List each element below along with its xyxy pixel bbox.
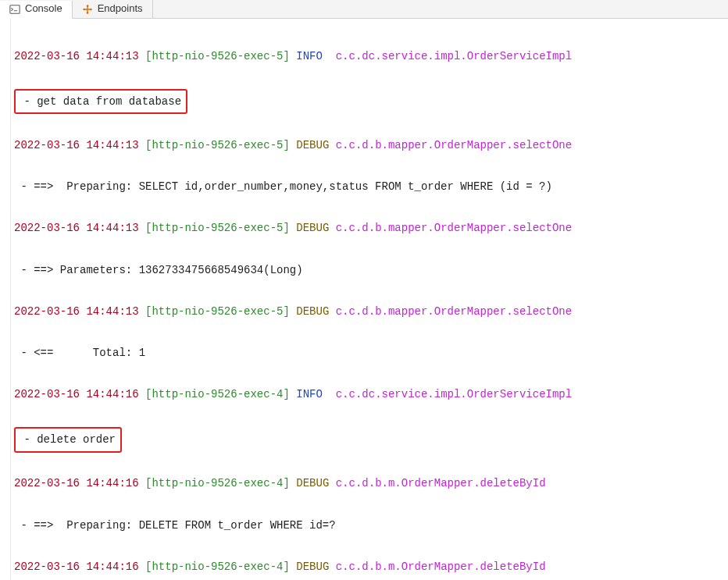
tab-bar: Console Endpoints [0,0,728,19]
svg-point-4 [86,12,88,14]
tab-console-label: Console [25,0,62,19]
log-line: 2022-03-16 14:44:16 [http-nio-9526-exec-… [3,384,728,405]
log-line: - ==> Parameters: 1362733475668549634(Lo… [3,260,728,281]
log-line: - delete order [3,425,728,453]
log-line: - get data from database [3,87,728,115]
console-output[interactable]: 2022-03-16 14:44:13 [http-nio-9526-exec-… [0,19,728,580]
svg-point-1 [83,8,85,10]
highlight-box: - get data from database [14,89,187,115]
gutter [0,19,11,580]
log-line: - ==> Preparing: SELECT id,order_number,… [3,176,728,197]
log-line: 2022-03-16 14:44:13 [http-nio-9526-exec-… [3,301,728,322]
log-line: 2022-03-16 14:44:13 [http-nio-9526-exec-… [3,46,728,67]
endpoints-icon [82,4,93,15]
tab-console[interactable]: Console [0,1,73,19]
svg-rect-0 [10,5,20,13]
log-line: - ==> Preparing: DELETE FROM t_order WHE… [3,515,728,536]
log-line: 2022-03-16 14:44:13 [http-nio-9526-exec-… [3,218,728,239]
highlight-box: - delete order [14,427,122,453]
log-line: 2022-03-16 14:44:13 [http-nio-9526-exec-… [3,135,728,156]
svg-point-2 [90,8,92,10]
console-icon [9,4,20,15]
svg-point-3 [86,5,88,7]
tab-endpoints-label: Endpoints [98,0,143,19]
tab-endpoints[interactable]: Endpoints [73,0,153,18]
log-line: - <== Total: 1 [3,343,728,364]
log-line: 2022-03-16 14:44:16 [http-nio-9526-exec-… [3,557,728,578]
log-line: 2022-03-16 14:44:16 [http-nio-9526-exec-… [3,473,728,494]
